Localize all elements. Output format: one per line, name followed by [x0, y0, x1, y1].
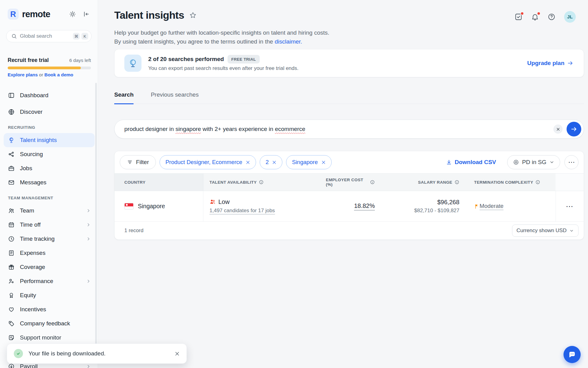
sidebar-item-label: Payroll [20, 363, 38, 368]
share-icon [8, 151, 15, 158]
trial-progress-fill [8, 67, 81, 69]
submit-search-button[interactable] [567, 122, 581, 136]
info-icon[interactable] [535, 180, 540, 185]
country-name: Singapore [138, 203, 165, 210]
chevron-down-icon [569, 228, 574, 233]
award-icon [8, 292, 15, 299]
global-search-input[interactable]: Global search ⌘ K [6, 30, 92, 42]
trial-widget: Recruit free trial 6 days left Explore p… [8, 57, 91, 77]
employer-cost-value[interactable]: 18.82% [354, 202, 375, 210]
sidebar-nav: DashboardDiscoverRECRUITINGTalent insigh… [4, 88, 95, 368]
filter-chip[interactable]: Singapore [286, 155, 331, 169]
sidebar-item-messages[interactable]: Messages [4, 175, 95, 190]
theme-sun-icon[interactable] [69, 10, 76, 18]
sidebar-item-label: Jobs [20, 165, 32, 172]
kbd-k: K [81, 33, 88, 40]
sidebar-item-equity[interactable]: Equity [4, 288, 95, 302]
info-icon[interactable] [454, 180, 459, 185]
sidebar-item-label: Company feedback [20, 320, 70, 327]
table-row[interactable]: Singapore Low 1,497 candidates for 17 jo… [115, 191, 584, 222]
sidebar-item-talent-insights[interactable]: Talent insights [4, 133, 95, 147]
page-description: Help your budget go further with locatio… [114, 28, 329, 46]
trial-days-left: 6 days left [69, 58, 91, 63]
sidebar-item-jobs[interactable]: Jobs [4, 161, 95, 175]
disclaimer-link[interactable]: disclaimer. [275, 38, 302, 45]
availability-detail-link[interactable]: 1,497 candidates for 17 jobs [209, 208, 275, 214]
sidebar-item-company-feedback[interactable]: Company feedback [4, 316, 95, 331]
sidebar-item-performance[interactable]: Performance [4, 274, 95, 288]
chat-bubble-icon [568, 350, 576, 359]
remove-chip-icon[interactable] [272, 160, 277, 165]
sidebar-item-discover[interactable]: Discover [4, 105, 95, 119]
download-csv-button[interactable]: Download CSV [446, 159, 496, 166]
info-icon[interactable] [370, 180, 375, 185]
sidebar-item-label: Expenses [20, 250, 45, 256]
target-icon [513, 159, 519, 165]
filter-chip[interactable]: Product Designer, Ecommerce [160, 155, 256, 169]
sidebar-item-incentives[interactable]: Incentives [4, 302, 95, 316]
notifications-bell-icon[interactable] [531, 13, 539, 21]
column-header-salary-range[interactable]: SALARY RANGE [375, 174, 464, 191]
trial-progress-bar [8, 67, 91, 69]
cell-termination-complexity: Moderate [464, 191, 556, 221]
sidebar-item-team[interactable]: Team [4, 204, 95, 218]
brand-wordmark: remote [22, 9, 50, 19]
info-icon[interactable] [259, 180, 264, 185]
sidebar-item-label: Sourcing [20, 151, 43, 158]
free-trial-badge: FREE TRIAL [228, 55, 260, 63]
clear-search-button[interactable] [553, 125, 563, 134]
favorite-star-icon[interactable] [189, 11, 197, 19]
cell-country: Singapore [115, 191, 203, 221]
sidebar-item-time-off[interactable]: Time off [4, 218, 95, 232]
more-actions-button[interactable]: ⋯ [564, 155, 579, 169]
sidebar-item-support-monitor[interactable]: Support monitor [4, 331, 95, 345]
sidebar-item-label: Coverage [20, 264, 45, 270]
sidebar-item-dashboard[interactable]: Dashboard [4, 88, 95, 102]
record-count: 1 record [124, 228, 143, 234]
column-header-employer-cost[interactable]: EMPLOYER COST (%) [326, 174, 375, 191]
chip-label: 2 [266, 159, 269, 166]
toast-close-icon[interactable] [175, 351, 180, 356]
column-header-termination-complexity[interactable]: TERMINATION COMPLEXITY [464, 174, 556, 191]
filter-button[interactable]: Filter [120, 155, 156, 169]
heart-icon [8, 306, 15, 313]
sidebar-item-label: Dashboard [20, 92, 48, 99]
collapse-sidebar-icon[interactable] [82, 10, 90, 18]
tab-search[interactable]: Search [114, 91, 134, 104]
book-a-demo-link[interactable]: Book a demo [44, 72, 73, 77]
termination-level[interactable]: Moderate [480, 203, 503, 210]
user-up-icon [8, 278, 15, 285]
sidebar-item-coverage[interactable]: Coverage [4, 260, 95, 274]
trial-links-conjunction: or [39, 72, 43, 77]
saved-view-label: PD in SG [522, 159, 546, 166]
help-icon[interactable] [548, 13, 556, 21]
sidebar-item-expenses[interactable]: Expenses [4, 246, 95, 260]
arrow-right-icon [567, 60, 573, 66]
column-header-talent-availability[interactable]: TALENT AVAILABILITY [203, 174, 326, 191]
chat-support-button[interactable] [564, 346, 581, 363]
salary-median: $96,268 [437, 199, 459, 206]
column-header-country[interactable]: COUNTRY [115, 174, 203, 191]
payroll-icon [8, 363, 15, 368]
sidebar-item-label: Messages [20, 179, 47, 186]
remove-chip-icon[interactable] [321, 160, 326, 165]
upgrade-plan-button[interactable]: Upgrade plan [527, 60, 573, 67]
tasks-icon[interactable] [514, 13, 522, 21]
table-footer: 1 record Currency shown USD [115, 222, 584, 240]
currency-selector[interactable]: Currency shown USD [512, 224, 579, 237]
sidebar-item-time-tracking[interactable]: Time tracking [4, 232, 95, 246]
sidebar-item-sourcing[interactable]: Sourcing [4, 147, 95, 161]
sidebar-item-label: Time off [20, 221, 41, 228]
main-content: Talent insights Help your budget go furt… [98, 0, 588, 368]
row-actions-button[interactable]: ⋯ [556, 191, 584, 221]
saved-view-selector[interactable]: PD in SG [507, 155, 560, 169]
tab-previous-searches[interactable]: Previous searches [151, 91, 198, 104]
filter-chip[interactable]: 2 [260, 155, 282, 169]
sidebar-scrollbar[interactable] [95, 83, 97, 353]
cell-employer-cost: 18.82% [326, 191, 375, 221]
avatar[interactable]: JL [564, 11, 576, 23]
upgrade-plan-label: Upgrade plan [527, 60, 564, 67]
talent-search-input[interactable]: product designer in singapore with 2+ ye… [114, 120, 584, 139]
remove-chip-icon[interactable] [246, 160, 250, 165]
explore-plans-link[interactable]: Explore plans [8, 72, 38, 77]
